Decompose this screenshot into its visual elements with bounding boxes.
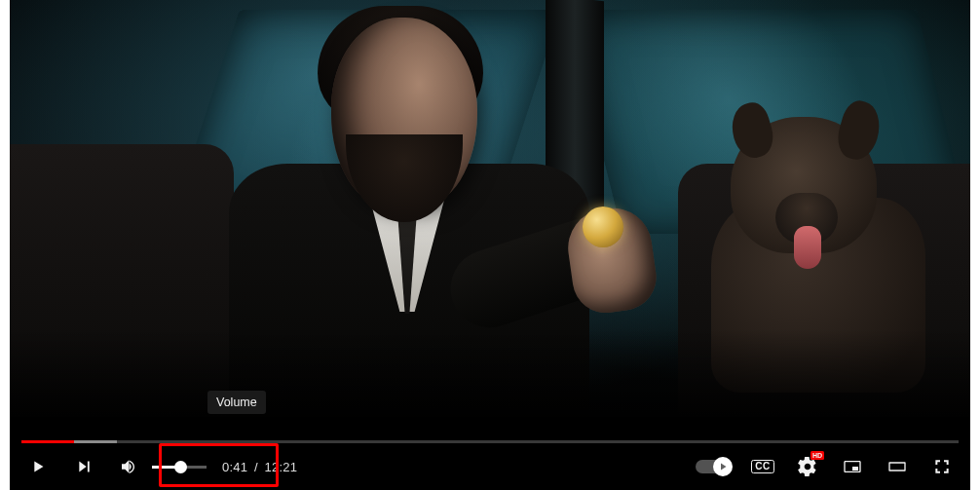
theater-icon — [885, 455, 910, 478]
miniplayer-button[interactable] — [830, 443, 875, 490]
settings-button[interactable]: HD — [785, 443, 830, 490]
theater-button[interactable] — [875, 443, 920, 490]
controls-left: 0:41 / 12:21 — [10, 443, 303, 490]
time-current: 0:41 — [222, 460, 247, 474]
gold-coin — [583, 207, 623, 247]
play-button[interactable] — [16, 443, 60, 490]
time-separator: / — [251, 460, 261, 474]
volume-icon — [116, 455, 139, 478]
volume-tooltip: Volume — [207, 391, 266, 414]
fullscreen-button[interactable] — [920, 443, 964, 490]
volume-thumb[interactable] — [174, 461, 187, 473]
time-duration: 12:21 — [265, 460, 298, 474]
time-display: 0:41 / 12:21 — [214, 460, 303, 474]
autoplay-toggle[interactable] — [696, 460, 731, 473]
dog-tongue — [794, 226, 821, 269]
autoplay-play-icon — [718, 462, 728, 471]
cc-icon: CC — [751, 460, 774, 473]
controls-right: CC HD — [686, 443, 970, 490]
autoplay-knob — [713, 457, 733, 476]
volume-slider[interactable] — [152, 466, 207, 469]
foreground-gradient — [10, 329, 970, 417]
video-frame[interactable] — [10, 0, 970, 417]
next-button[interactable] — [60, 443, 105, 490]
controls-bar: 0:41 / 12:21 CC HD — [10, 443, 970, 490]
next-icon — [72, 455, 94, 478]
miniplayer-icon — [841, 455, 864, 478]
volume-control — [105, 443, 214, 490]
fullscreen-icon — [930, 455, 954, 478]
mute-button[interactable] — [105, 443, 150, 490]
video-player: Volume — [10, 0, 970, 490]
play-icon — [27, 455, 49, 478]
subtitles-button[interactable]: CC — [740, 443, 785, 490]
hd-badge: HD — [810, 451, 824, 460]
